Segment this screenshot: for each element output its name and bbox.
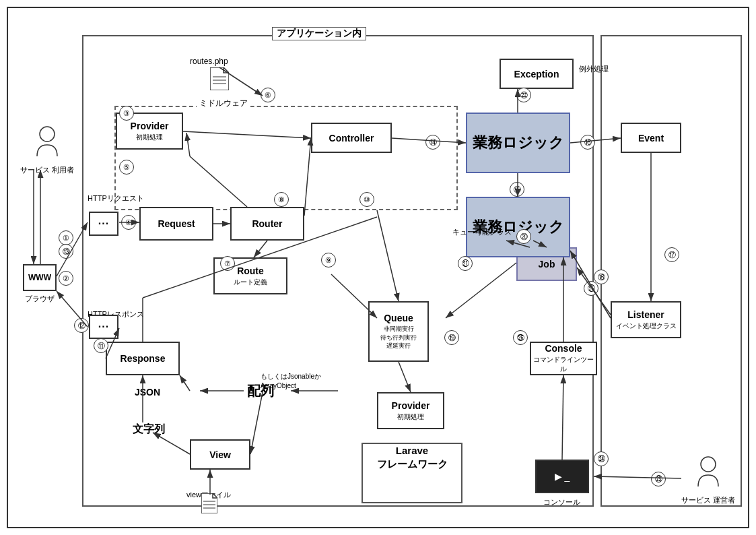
event-box: Event <box>621 123 681 153</box>
route-sublabel: ルート定義 <box>234 278 267 287</box>
exception-label: Exception <box>514 69 559 80</box>
step-4: ④ <box>121 215 136 230</box>
step-13: ⑬ <box>59 244 73 259</box>
step-12: ⑫ <box>74 318 89 333</box>
step-19: ⑲ <box>444 330 459 345</box>
queue-class-label: キュー可能クラス <box>452 227 512 237</box>
routes-php-label: routes.php <box>190 57 228 66</box>
business-top-label: 業務ロジック <box>473 133 564 153</box>
step-7: ⑦ <box>220 256 235 271</box>
step-6: ⑥ <box>261 88 275 102</box>
step-17: ⑰ <box>664 247 679 262</box>
step-20: ⑳ <box>516 229 531 244</box>
request-box: Request <box>139 207 213 241</box>
router-label: Router <box>252 218 282 229</box>
service-user-label: サービス 利用者 <box>20 166 74 175</box>
provider-bottom-sublabel: 初期処理 <box>397 412 424 422</box>
request-label: Request <box>158 218 195 229</box>
svg-marker-4 <box>201 493 217 513</box>
step-1: ① <box>59 230 73 245</box>
step-8: ⑧ <box>274 192 289 207</box>
http-response-dots-icon: ··· <box>89 315 118 339</box>
service-user-icon: サービス 利用者 <box>20 126 74 175</box>
terminal-icon: ▶ _ <box>535 460 589 493</box>
laravel-label: Laraveフレームワーク <box>363 444 461 470</box>
console-label: Console <box>545 343 582 354</box>
step-24: ㉔ <box>594 451 609 466</box>
view-box: View <box>190 439 250 470</box>
view-file-doc-icon <box>201 493 217 513</box>
step-14: ⑭ <box>425 135 440 150</box>
string-label: 文字列 <box>133 422 165 437</box>
controller-box: Controller <box>311 123 392 153</box>
provider-bottom-box: Provider 初期処理 <box>377 392 444 429</box>
right-boundary <box>600 35 742 507</box>
step-2: ② <box>59 271 73 286</box>
provider-top-label: Provider <box>131 121 169 131</box>
listener-label: Listener <box>627 309 664 320</box>
step-21: ㉑ <box>458 256 473 271</box>
diagram-container: アプリケーション内 ミドルウェア routes.php Provider 初期処… <box>7 7 749 528</box>
laravel-boundary: Laraveフレームワーク <box>362 443 462 503</box>
view-label: View <box>209 449 231 460</box>
service-admin-label: サービス 運営者 <box>681 496 735 505</box>
step-15: ⑮ <box>510 182 524 197</box>
step-23: ㉓ <box>651 472 666 486</box>
controller-label: Controller <box>329 133 374 144</box>
step-11: ⑪ <box>94 338 108 353</box>
business-top-box: 業務ロジック <box>466 113 570 173</box>
router-box: Router <box>230 207 304 241</box>
provider-top-sublabel: 初期処理 <box>136 133 163 142</box>
console-sublabel: コマンドラインツール <box>531 355 596 374</box>
step-16: ⑯ <box>580 135 595 150</box>
exception-sublabel: 例外処理 <box>579 64 609 74</box>
response-box: Response <box>106 342 180 375</box>
provider-bottom-label: Provider <box>392 400 430 411</box>
listener-sublabel: イベント処理クラス <box>616 321 677 331</box>
routes-php-doc-icon <box>210 67 229 90</box>
step-18: ⑱ <box>594 270 609 284</box>
browser-label: ブラウザ <box>25 294 55 304</box>
http-request-dots-icon: ··· <box>89 212 118 236</box>
middleware-label: ミドルウェア <box>197 98 250 109</box>
svg-marker-0 <box>210 67 229 90</box>
step-26: ㉖ <box>513 330 528 345</box>
svg-point-8 <box>40 127 55 141</box>
jsonable-label: もしくはJsonableかArrayObject <box>261 372 321 391</box>
svg-point-9 <box>701 457 716 472</box>
route-label: Route <box>237 265 264 276</box>
step-25: ㉕ <box>584 281 598 296</box>
step-5: ⑤ <box>119 160 134 175</box>
queue-sublabel: 非同期実行待ち行列実行遅延実行 <box>380 325 417 350</box>
browser-icon: WWW <box>23 264 57 291</box>
queue-box: Queue 非同期実行待ち行列実行遅延実行 <box>368 301 429 362</box>
step-22: ㉒ <box>516 88 531 102</box>
queue-label: Queue <box>384 313 413 323</box>
job-label: Job <box>539 259 555 270</box>
service-admin-icon: サービス 運営者 <box>681 456 735 505</box>
http-request-label: HTTPリクエスト <box>88 193 144 203</box>
listener-box: Listener イベント処理クラス <box>611 301 681 338</box>
event-label: Event <box>638 133 664 144</box>
json-label: JSON <box>135 387 160 398</box>
app-boundary-label: アプリケーション内 <box>272 27 366 40</box>
response-label: Response <box>121 353 166 364</box>
console-box: Console コマンドラインツール <box>530 342 597 375</box>
console-icon-label: コンソール <box>543 497 580 507</box>
exception-box: Exception <box>500 59 574 89</box>
step-9: ⑨ <box>321 253 336 268</box>
step-3-top: ③ <box>119 106 134 121</box>
step-10: ⑩ <box>359 192 374 207</box>
